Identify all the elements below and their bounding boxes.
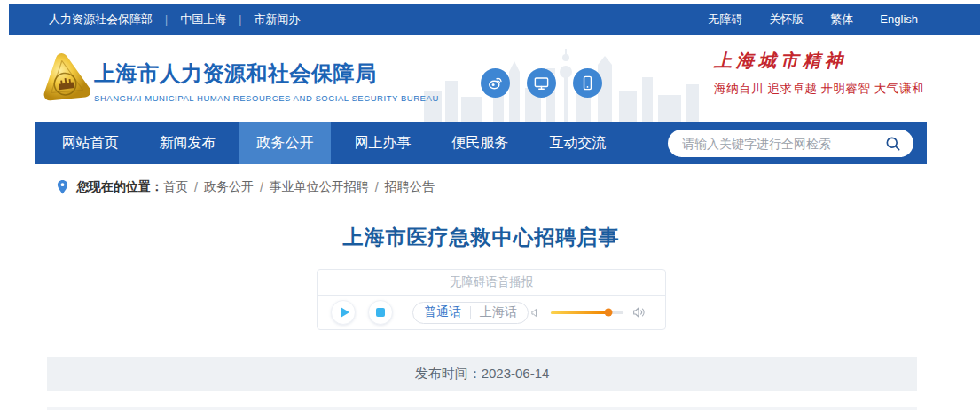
site-title: 上海市人力资源和社会保障局 xyxy=(94,59,439,88)
nav-item-home[interactable]: 网站首页 xyxy=(44,122,136,164)
publish-date-bar: 发布时间：2023-06-14 xyxy=(47,357,917,391)
slogan-title: 上海城市精神 xyxy=(714,49,927,73)
topbar-link-accessibility[interactable]: 无障碍 xyxy=(708,12,742,28)
topbar-separator: | xyxy=(165,13,168,26)
publish-date-text: 发布时间：2023-06-14 xyxy=(415,366,550,382)
breadcrumb-home[interactable]: 首页 xyxy=(163,179,188,195)
header-channel-icons xyxy=(481,68,619,98)
nav-item-public-services[interactable]: 便民服务 xyxy=(435,122,526,164)
nav-item-online-services[interactable]: 网上办事 xyxy=(337,122,428,164)
volume-low-icon xyxy=(530,306,542,319)
volume-fill xyxy=(551,311,608,314)
nav-items: 网站首页 新闻发布 政务公开 网上办事 便民服务 互动交流 xyxy=(44,122,630,164)
volume-high-icon xyxy=(632,305,647,319)
page: 人力资源社会保障部 | 中国上海 | 市新闻办 无障碍 关怀版 繁体 Engli… xyxy=(0,0,980,410)
breadcrumb-separator: / xyxy=(375,180,379,194)
topbar-link-china-shanghai[interactable]: 中国上海 xyxy=(180,12,226,28)
tts-player-controls: 普通话 上海话 xyxy=(318,296,665,329)
volume-slider[interactable] xyxy=(551,311,623,314)
site-identity: 上海市人力资源和社会保障局 SHANGHAI MUNICIPAL HUMAN R… xyxy=(94,59,439,103)
weibo-button[interactable] xyxy=(481,68,510,98)
language-divider xyxy=(470,306,471,319)
top-utility-bar: 人力资源社会保障部 | 中国上海 | 市新闻办 无障碍 关怀版 繁体 Engli… xyxy=(9,4,980,35)
breadcrumb-gov-info[interactable]: 政务公开 xyxy=(204,179,254,195)
location-pin-icon xyxy=(56,179,69,195)
volume-control xyxy=(530,305,647,319)
topbar-link-care-version[interactable]: 关怀版 xyxy=(769,12,804,28)
city-spirit-slogan: 上海城市精神 海纳百川 追求卓越 开明睿智 大气谦和 xyxy=(714,49,927,97)
nav-item-gov-info[interactable]: 政务公开 xyxy=(239,122,331,164)
nav-item-news[interactable]: 新闻发布 xyxy=(142,122,233,164)
desktop-version-button[interactable] xyxy=(527,68,556,98)
volume-knob[interactable] xyxy=(604,309,612,317)
tts-player-title: 无障碍语音播报 xyxy=(318,270,665,296)
breadcrumb-announcement[interactable]: 招聘公告 xyxy=(385,179,435,195)
stop-icon xyxy=(376,308,385,317)
topbar-right-links: 无障碍 关怀版 繁体 English xyxy=(681,12,918,28)
stop-button[interactable] xyxy=(368,300,393,325)
site-search xyxy=(668,130,913,157)
article-title: 上海市医疗急救中心招聘启事 xyxy=(0,224,962,251)
site-header: 上海市人力资源和社会保障局 SHANGHAI MUNICIPAL HUMAN R… xyxy=(35,35,927,122)
nav-item-interaction[interactable]: 互动交流 xyxy=(532,122,623,164)
tts-player: 无障碍语音播报 普通话 上海话 xyxy=(317,269,666,330)
site-subtitle: SHANGHAI MUNICIPAL HUMAN RESOURCES AND S… xyxy=(94,93,439,103)
play-icon xyxy=(341,307,349,318)
topbar-link-news-office[interactable]: 市新闻办 xyxy=(254,12,300,28)
main-nav: 网站首页 新闻发布 政务公开 网上办事 便民服务 互动交流 xyxy=(35,122,927,164)
topbar-left-links: 人力资源社会保障部 | 中国上海 | 市新闻办 xyxy=(49,12,300,28)
topbar-link-mohrss[interactable]: 人力资源社会保障部 xyxy=(49,12,153,28)
breadcrumb: 您现在的位置： 首页 / 政务公开 / 事业单位公开招聘 / 招聘公告 xyxy=(35,174,927,201)
slogan-subtitle: 海纳百川 追求卓越 开明睿智 大气谦和 xyxy=(714,81,927,97)
breadcrumb-public-recruitment[interactable]: 事业单位公开招聘 xyxy=(270,179,369,195)
search-input[interactable] xyxy=(682,137,883,151)
breadcrumb-separator: / xyxy=(194,180,198,194)
topbar-link-english[interactable]: English xyxy=(880,12,918,26)
search-button[interactable] xyxy=(883,134,903,154)
search-icon xyxy=(884,135,902,153)
mobile-version-button[interactable] xyxy=(573,68,602,98)
play-button[interactable] xyxy=(331,300,356,325)
breadcrumb-label: 您现在的位置： xyxy=(76,179,163,195)
language-toggle: 普通话 上海话 xyxy=(412,302,529,324)
topbar-separator: | xyxy=(239,13,241,26)
mobile-icon xyxy=(579,75,596,91)
desktop-icon xyxy=(533,75,550,91)
lang-mandarin-option[interactable]: 普通话 xyxy=(424,304,461,320)
weibo-icon xyxy=(487,75,504,91)
lang-shanghainese-option[interactable]: 上海话 xyxy=(480,304,517,320)
bureau-emblem-logo xyxy=(39,51,90,109)
breadcrumb-separator: / xyxy=(260,180,263,194)
topbar-link-traditional[interactable]: 繁体 xyxy=(830,12,853,28)
